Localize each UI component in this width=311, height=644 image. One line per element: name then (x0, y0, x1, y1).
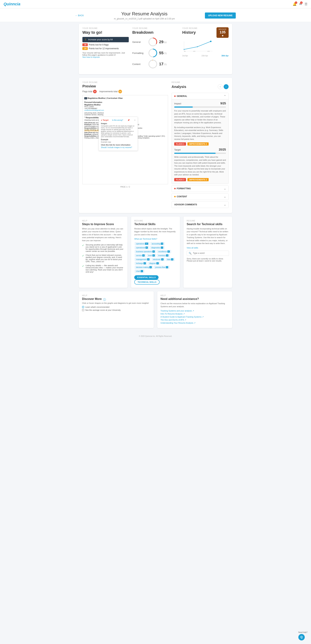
discover-option2[interactable]: See the average score at your University (82, 309, 150, 311)
tech-skills-label: RESUME (134, 220, 176, 222)
tech-skill-tag[interactable]: decision making 2 (135, 266, 153, 269)
advisor-chevron-down: ⌄ (224, 203, 226, 206)
tag-num: 1 (141, 270, 143, 272)
improvements-total-label: Improvements total (99, 90, 118, 93)
search-icon: 🔍 (189, 252, 192, 254)
tech-skill-tag[interactable]: electronic 3 (152, 258, 165, 261)
content-chevron-down: ⌄ (224, 195, 226, 198)
history-label-2: 15th Apr (201, 55, 208, 57)
see-how-link[interactable]: See how to improve (82, 56, 129, 58)
technical-skills-card: RESUME Technical Skills Review which top… (131, 216, 180, 288)
discover-text: Click or hover shapes on the graphs and … (82, 302, 150, 304)
impact-score: 9/25 (220, 102, 226, 105)
history-labels: 3rd Apr 15th Apr 30th Apr (182, 55, 228, 57)
content-donut (148, 60, 157, 68)
assistance-link4[interactable]: The Dos and Don'ts of ATS ↗ (160, 319, 229, 321)
tech-skill-tag[interactable]: service 5 (135, 254, 146, 257)
discover-option1[interactable]: Learn what's recommended (82, 306, 150, 308)
impact-improve-badge: IMPROVEMENTS 2 (188, 142, 208, 146)
tag-num: 7 (161, 246, 163, 249)
general-accordion-header[interactable]: GENERAL ⌃ (172, 93, 228, 99)
formatting-breakdown-row: Formatting 55/75 (132, 48, 179, 58)
tech-skill-tag[interactable]: accounting 8 (150, 242, 164, 245)
search-skills-input[interactable] (193, 252, 227, 254)
preview-heading: Preview (82, 84, 168, 88)
analysis-next-button[interactable]: › (224, 84, 228, 89)
tag-num: 5 (142, 254, 144, 256)
tech-skill-tag[interactable]: process flow 1 (154, 266, 170, 269)
analysis-section: RESUME Analysis ‹ › GENERAL ⌃ (172, 81, 228, 210)
back-link[interactable]: ← BACK (75, 14, 84, 17)
radio-dot-1 (82, 306, 84, 308)
footer-text: © 2020 Quinncia Inc. All Rights Reserved… (139, 335, 172, 337)
essential-skills-button[interactable]: ESSENTIAL SKILLS (134, 275, 158, 280)
tech-skill-tag[interactable]: operational 8 (135, 246, 149, 249)
search-skills-label: RESUME (187, 220, 229, 222)
resume-note: Your resume still has room for improveme… (82, 52, 129, 56)
history-label-3: 30th Apr (222, 55, 228, 57)
tech-skill-tag[interactable]: incharge 2 (135, 262, 147, 265)
tech-skill-tag[interactable]: level 5 (147, 254, 156, 257)
tech-skill-tag[interactable]: diagnostics 7 (150, 246, 164, 249)
tooltip-images-text: Computers and ATS do not read any images… (101, 125, 136, 138)
tech-skills-tags: operations 51accounting 8operational 8di… (134, 242, 176, 273)
preview-analysis-card: YOUR RESUME Preview Flags total 8 Improv… (79, 78, 232, 213)
tech-skill-tag[interactable]: business operations 6 (135, 250, 156, 253)
content-accordion-header[interactable]: CONTENT ⌄ (172, 194, 228, 200)
history-graph: 80 100 135 (182, 40, 228, 54)
analysis-prev-button[interactable]: ‹ (218, 84, 223, 89)
history-label-1: 3rd Apr (182, 55, 188, 57)
preview-section: YOUR RESUME Preview Flags total 8 Improv… (82, 81, 168, 210)
upload-resume-button[interactable]: UPLOAD NEW RESUME (205, 12, 236, 18)
message-icon[interactable]: ✉1 (299, 2, 302, 6)
is-this-wrong-link[interactable]: Is this wrong? (112, 119, 123, 121)
what-are-tech-skills-link[interactable]: What are Technical Skills? (134, 238, 176, 240)
flags-total-label: Flags total (82, 90, 92, 93)
tech-skill-tag[interactable]: excellence 6 (157, 250, 171, 253)
tech-skill-tag[interactable]: inventory 4 (157, 254, 170, 257)
tech-skill-tag[interactable]: management 4 (135, 258, 151, 261)
general-accordion: GENERAL ⌃ Impact 9/25 For your re (172, 93, 228, 184)
formatting-dot (174, 188, 176, 189)
tag-num: 51 (145, 242, 148, 245)
assistance-link5[interactable]: Understanding Your Resume Analysis ↗ (160, 322, 229, 324)
tag-num: 8 (161, 242, 163, 245)
advisor-accordion-header[interactable]: ADVISOR COMMENTS ⌄ (172, 202, 228, 208)
help-steps-intro: When you pay close attention to detail, … (82, 227, 124, 242)
tech-skill-tag[interactable]: diagram 2 (148, 262, 160, 265)
formatting-accordion-title: FORMATTING (174, 187, 191, 190)
tech-skill-tag[interactable]: chart 1 (135, 270, 144, 273)
formatting-chevron-down: ⌄ (224, 187, 226, 190)
message-badge: 1 (300, 2, 302, 4)
assistance-heading: Need additional assistance? (160, 298, 229, 300)
content-accordion-title: CONTENT (174, 195, 187, 198)
content-breakdown-row: Content 17/75 (132, 60, 179, 68)
improvements-label: Improvements total 12 (99, 90, 122, 93)
notification-icon[interactable]: 🔔1 (293, 2, 296, 6)
check-icon-1: ✓ (82, 244, 84, 247)
help-steps-heading: Steps to Improve Score (82, 223, 124, 226)
assistance-link2[interactable]: Intro To Resume Analysis ↗ (160, 313, 229, 315)
target-label: Target (174, 148, 181, 151)
flags-total-count: 8 (93, 90, 97, 93)
general-chevron-up: ⌃ (224, 95, 226, 98)
history-section: YOUR RESUME History BRONZE 135 ◆ 80 100 (182, 27, 228, 71)
view-all-skills-link[interactable]: View all skills (187, 247, 229, 249)
assistance-link3[interactable]: A Student Guide to Applicant Tracking Sy… (160, 316, 229, 318)
tooltip-close-icon[interactable]: ✕ (134, 119, 136, 121)
tooltip-info-link[interactable]: Should I include images in my resume? (101, 146, 136, 148)
formatting-accordion-header[interactable]: FORMATTING ⌄ (172, 186, 228, 192)
assistance-link1[interactable]: Tracking Systems and your analysis ↗ (160, 310, 229, 312)
tech-skill-tag[interactable]: data 2 (166, 258, 175, 261)
footer: © 2020 Quinncia Inc. All Rights Reserved… (0, 334, 311, 339)
tech-skill-tag[interactable]: operations 51 (135, 242, 150, 245)
technical-skills-button[interactable]: TECHNICAL SKILLS (134, 280, 160, 284)
tooltip-pin-icon[interactable]: 📌 (128, 119, 130, 121)
logo: Quinncia (4, 2, 20, 6)
general-donut (148, 38, 157, 46)
history-svg: 80 100 135 (182, 40, 214, 53)
bronze-badge: BRONZE 135 ◆ (216, 27, 228, 38)
menu-icon[interactable]: ☰ (304, 2, 308, 6)
formatting-score: 55/75 (159, 51, 167, 55)
page-num-badge: 1 (84, 97, 87, 99)
